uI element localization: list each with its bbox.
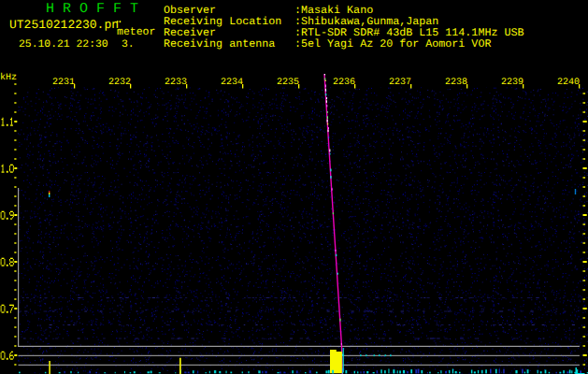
svg-text:UT2510212230.pn: UT2510212230.pn bbox=[9, 18, 119, 32]
svg-text:2239: 2239 bbox=[501, 78, 523, 88]
svg-text:2233: 2233 bbox=[165, 78, 187, 88]
svg-text:2237: 2237 bbox=[389, 78, 411, 88]
svg-text:3.: 3. bbox=[122, 39, 135, 50]
svg-text:meteor: meteor bbox=[117, 26, 155, 38]
svg-text:2235: 2235 bbox=[277, 78, 299, 88]
svg-text:kHz: kHz bbox=[0, 72, 17, 83]
svg-text:Receiving antenna: Receiving antenna bbox=[164, 37, 275, 50]
svg-text:25.10.21 22:30: 25.10.21 22:30 bbox=[19, 39, 108, 50]
svg-text:2236: 2236 bbox=[333, 78, 355, 88]
svg-text:2231: 2231 bbox=[52, 78, 75, 88]
svg-text:2240: 2240 bbox=[557, 78, 580, 88]
svg-text:2238: 2238 bbox=[445, 78, 467, 88]
svg-text:H R O F F T: H R O F F T bbox=[46, 1, 138, 17]
svg-text:2232: 2232 bbox=[108, 78, 131, 88]
svg-text::5el Yagi Az 20 for Aomori VOR: :5el Yagi Az 20 for Aomori VOR bbox=[294, 37, 491, 50]
svg-text:2234: 2234 bbox=[221, 78, 243, 88]
